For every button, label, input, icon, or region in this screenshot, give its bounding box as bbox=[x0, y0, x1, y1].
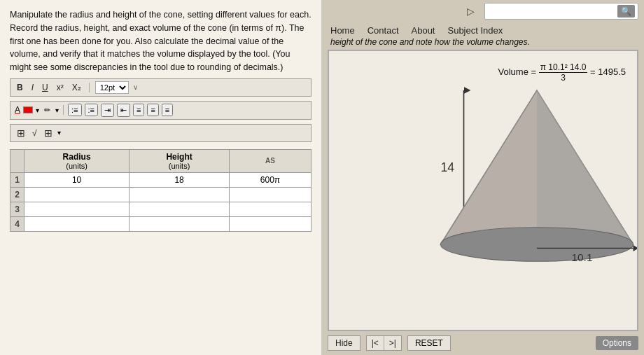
cell-radius-2[interactable] bbox=[24, 187, 130, 202]
nav-bar: Home Contact About Subject Index bbox=[322, 22, 644, 36]
options-button[interactable]: Options bbox=[596, 336, 638, 350]
toolbar-row1: B I U x² X₂ 12pt 10pt 14pt ∨ bbox=[10, 78, 312, 97]
nav-about[interactable]: About bbox=[412, 25, 435, 36]
table-row: 2 bbox=[10, 187, 312, 202]
bottom-bar: Hide |< >| RESET Options bbox=[322, 331, 644, 355]
indent-button[interactable]: ⇥ bbox=[101, 104, 114, 117]
align-left-button[interactable]: ≡ bbox=[133, 104, 144, 116]
pencil-icon[interactable]: ✏ bbox=[42, 106, 52, 115]
row-num-4: 4 bbox=[10, 216, 24, 231]
table-chevron-icon[interactable]: ▾ bbox=[57, 129, 61, 137]
instructions-text: Manipulate the radius and height of the … bbox=[10, 8, 312, 74]
nav-home[interactable]: Home bbox=[330, 25, 355, 36]
dedent-button[interactable]: ⇤ bbox=[117, 104, 130, 117]
reset-button[interactable]: RESET bbox=[407, 335, 451, 351]
volume-result: = 1495.5 bbox=[590, 67, 626, 77]
row-num-3: 3 bbox=[10, 202, 24, 216]
left-panel: Manipulate the radius and height of the … bbox=[0, 0, 322, 355]
font-color-indicator bbox=[23, 106, 33, 113]
col-height-header: Height (units) bbox=[130, 149, 230, 172]
nav-subject-index[interactable]: Subject Index bbox=[447, 25, 503, 36]
formula-button[interactable]: √ bbox=[30, 127, 39, 139]
unordered-list-button[interactable]: :≡ bbox=[68, 104, 81, 116]
font-size-select[interactable]: 12pt 10pt 14pt bbox=[95, 81, 129, 94]
chevron-down-icon: ∨ bbox=[133, 83, 138, 91]
italic-button[interactable]: I bbox=[29, 82, 36, 93]
align-right-button[interactable]: ≡ bbox=[162, 104, 173, 116]
fraction-denominator: 3 bbox=[559, 73, 567, 83]
cone-svg: 14 10.1 bbox=[329, 51, 637, 330]
col-radius-header: Radius (units) bbox=[24, 149, 130, 172]
cell-as-2[interactable] bbox=[229, 187, 311, 202]
superscript-button[interactable]: x² bbox=[55, 82, 66, 93]
height-label: 14 bbox=[441, 160, 455, 174]
image-button[interactable]: ⊞ bbox=[15, 127, 27, 139]
cell-radius-1[interactable]: 10 bbox=[24, 172, 130, 187]
nav-arrows: |< >| bbox=[366, 335, 402, 351]
row-num-2: 2 bbox=[10, 187, 24, 202]
nav-contact[interactable]: Contact bbox=[368, 25, 399, 36]
col-as-header: AS bbox=[229, 149, 311, 172]
cell-as-1[interactable]: 600π bbox=[229, 172, 311, 187]
font-color-label: A bbox=[15, 105, 20, 115]
cone-area: Volume = π 10.1² 14.0 3 = 1495.5 1 bbox=[328, 50, 638, 331]
volume-formula: Volume = π 10.1² 14.0 3 = 1495.5 bbox=[498, 62, 626, 83]
row-num-1: 1 bbox=[10, 172, 24, 187]
radius-label: 10.1 bbox=[572, 251, 593, 263]
pencil-chevron-icon[interactable]: ▾ bbox=[55, 106, 59, 114]
volume-label: Volume = bbox=[498, 67, 537, 77]
svg-marker-2 bbox=[537, 90, 634, 244]
table-area: Radius (units) Height (units) AS 1 10 bbox=[10, 149, 312, 347]
col-num-header bbox=[10, 149, 24, 172]
ordered-list-button[interactable]: :≡ bbox=[85, 104, 98, 116]
toolbar-row3: ⊞ √ ⊞ ▾ bbox=[10, 124, 312, 142]
search-button[interactable]: 🔍 bbox=[617, 5, 635, 18]
cell-height-1[interactable]: 18 bbox=[130, 172, 230, 187]
toolbar-sep1 bbox=[89, 83, 90, 92]
toolbar-row2: A ▾ ✏ ▾ :≡ :≡ ⇥ ⇤ ≡ ≡ ≡ bbox=[10, 101, 312, 120]
color-chevron-icon[interactable]: ▾ bbox=[36, 106, 39, 114]
right-panel: ▷ 🔍 Home Contact About Subject Index hei… bbox=[322, 0, 644, 355]
play-icon[interactable]: ▷ bbox=[467, 6, 475, 17]
bold-button[interactable]: B bbox=[15, 82, 25, 93]
next-button[interactable]: >| bbox=[384, 336, 401, 350]
search-bar: 🔍 bbox=[484, 3, 638, 20]
table-row: 3 bbox=[10, 202, 312, 216]
align-center-button[interactable]: ≡ bbox=[147, 104, 158, 116]
hide-button[interactable]: Hide bbox=[328, 335, 360, 351]
volume-fraction: π 10.1² 14.0 3 bbox=[539, 67, 590, 77]
svg-point-3 bbox=[441, 228, 634, 261]
toolbar-sep2 bbox=[63, 105, 64, 115]
cell-radius-4[interactable] bbox=[24, 216, 130, 231]
subscript-button[interactable]: X₂ bbox=[70, 82, 83, 93]
cell-height-4[interactable] bbox=[130, 216, 230, 231]
underline-button[interactable]: U bbox=[40, 82, 50, 93]
prev-button[interactable]: |< bbox=[367, 336, 384, 350]
subtitle-text: height of the cone and note how the volu… bbox=[322, 36, 644, 50]
table-button[interactable]: ⊞ bbox=[42, 127, 55, 139]
cell-height-3[interactable] bbox=[130, 202, 230, 216]
data-table: Radius (units) Height (units) AS 1 10 bbox=[10, 149, 312, 232]
fraction-numerator: π 10.1² 14.0 bbox=[539, 62, 588, 73]
search-input[interactable] bbox=[488, 6, 617, 16]
cell-as-3[interactable] bbox=[229, 202, 311, 216]
cell-as-4[interactable] bbox=[229, 216, 311, 231]
cell-height-2[interactable] bbox=[130, 187, 230, 202]
svg-marker-5 bbox=[634, 245, 638, 251]
table-row: 1 10 18 600π bbox=[10, 172, 312, 187]
table-row: 4 bbox=[10, 216, 312, 231]
right-topbar: ▷ 🔍 bbox=[322, 0, 644, 22]
cell-radius-3[interactable] bbox=[24, 202, 130, 216]
